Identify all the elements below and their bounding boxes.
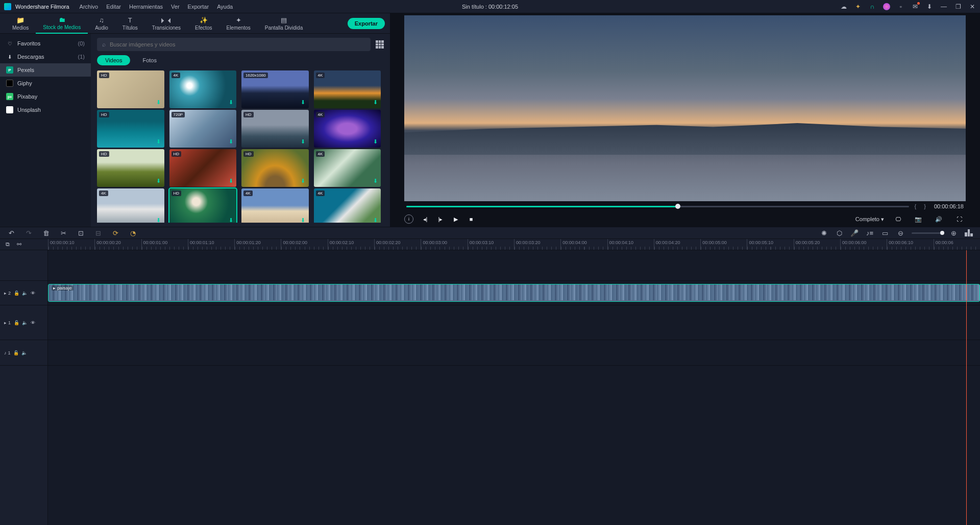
menu-ayuda[interactable]: Ayuda [217, 4, 233, 10]
tab-elementos[interactable]: ✦Elementos [219, 13, 257, 34]
sidebar-item-pixabay[interactable]: pxPixabay [0, 90, 91, 103]
stock-thumbnail[interactable]: HD⬇ [241, 149, 309, 187]
download-thumbnail-icon[interactable]: ⬇ [227, 217, 234, 223]
mute-icon[interactable]: 🔈 [22, 291, 27, 296]
adjust-button[interactable]: ⊟ [94, 229, 102, 237]
cloud-icon[interactable]: ☁ [840, 3, 847, 10]
stock-thumbnail[interactable]: 720P⬇ [169, 110, 237, 148]
stock-thumbnail[interactable]: 4K⬇ [169, 70, 237, 108]
close-button[interactable]: ✕ [969, 3, 976, 10]
chip-fotos[interactable]: Fotos [134, 55, 165, 65]
download-thumbnail-icon[interactable]: ⬇ [155, 138, 162, 146]
track-head-v2[interactable]: ▸2 🔓 🔈 👁 [0, 281, 47, 305]
stock-thumbnail[interactable]: HD⬇ [97, 110, 164, 148]
duplicate-icon[interactable]: ⧉ [4, 241, 11, 248]
download-thumbnail-icon[interactable]: ⬇ [372, 138, 379, 146]
download-thumbnail-icon[interactable]: ⬇ [300, 99, 307, 106]
download-icon[interactable]: ⬇ [926, 3, 933, 10]
download-thumbnail-icon[interactable]: ⬇ [372, 99, 379, 106]
tab-transiciones[interactable]: ⏵⏴Transiciones [145, 13, 188, 34]
mute-icon[interactable]: 🔈 [22, 350, 27, 355]
stock-thumbnail[interactable]: 4K⬇ [241, 188, 309, 223]
tab-medios[interactable]: 📁Medios [5, 13, 36, 34]
undo-button[interactable]: ↶ [7, 229, 15, 237]
download-thumbnail-icon[interactable]: ⬇ [227, 138, 234, 146]
stock-thumbnail[interactable]: HD⬇ [97, 149, 164, 187]
video-clip[interactable]: ▸paisaje [48, 284, 980, 302]
download-thumbnail-icon[interactable]: ⬇ [300, 217, 307, 223]
chip-videos[interactable]: Videos [97, 55, 130, 65]
stock-thumbnail[interactable]: 1620x1080⬇ [241, 70, 309, 108]
stock-thumbnail[interactable]: HD⬇ [241, 110, 309, 148]
mixer-icon[interactable]: ✺ [820, 229, 828, 237]
menu-archivo[interactable]: Archivo [80, 4, 99, 10]
lightbulb-icon[interactable]: ✦ [854, 3, 862, 10]
tab-audio[interactable]: ♫Audio [88, 13, 115, 34]
maximize-button[interactable]: ❐ [954, 3, 962, 10]
tab-efectos[interactable]: ✨Efectos [188, 13, 219, 34]
tab-stock-medios[interactable]: 🖿Stock de Medios [36, 13, 88, 34]
tab-pantalla-dividida[interactable]: ▤Pantalla Dividida [258, 13, 310, 34]
download-thumbnail-icon[interactable]: ⬇ [227, 99, 234, 106]
aspect-select[interactable]: Completo ▾ [855, 216, 884, 223]
track-lanes[interactable]: ▸paisaje ✂ [48, 250, 980, 525]
zoom-slider[interactable] [912, 232, 942, 234]
sidebar-item-favoritos[interactable]: Favoritos(0) [0, 37, 91, 50]
sidebar-item-descargas[interactable]: Descargas(1) [0, 50, 91, 63]
lock-icon[interactable]: 🔓 [14, 291, 19, 296]
stock-thumbnail[interactable]: HD⬇ [169, 188, 237, 223]
visibility-icon[interactable]: 👁 [30, 291, 35, 296]
export-button[interactable]: Exportar [348, 18, 385, 29]
grid-view-icon[interactable] [376, 40, 384, 49]
download-thumbnail-icon[interactable]: ⬇ [155, 217, 162, 223]
mute-icon[interactable]: 🔈 [22, 320, 27, 325]
preview-scrubber[interactable] [406, 206, 909, 207]
fullscreen-icon[interactable]: ⛶ [952, 213, 966, 225]
zoom-in-button[interactable]: ⊕ [949, 229, 958, 237]
link-icon[interactable]: ⚯ [15, 241, 22, 248]
headphones-icon[interactable]: ∩ [869, 3, 876, 10]
redo-button[interactable]: ↷ [24, 229, 33, 237]
in-out-markers[interactable]: { } [914, 203, 928, 209]
download-thumbnail-icon[interactable]: ⬇ [372, 217, 379, 223]
download-thumbnail-icon[interactable]: ⬇ [155, 99, 162, 106]
download-thumbnail-icon[interactable]: ⬇ [372, 178, 379, 185]
prev-frame-button[interactable]: ◂| [419, 213, 432, 225]
stock-thumbnail[interactable]: 4K⬇ [97, 188, 164, 223]
sidebar-item-pexels[interactable]: PPexels [0, 63, 91, 77]
speed-button[interactable]: ⟳ [111, 229, 119, 237]
lock-icon[interactable]: 🔓 [14, 350, 19, 355]
save-icon[interactable]: ▫ [897, 3, 904, 10]
minimize-button[interactable]: — [940, 3, 947, 10]
voiceover-icon[interactable]: 🎤 [850, 229, 859, 237]
play-button[interactable]: ▶ [449, 213, 462, 225]
audio-mix-icon[interactable]: ♪≡ [866, 229, 874, 237]
track-head-v1[interactable]: ▸1 🔓 🔈 👁 [0, 305, 47, 340]
download-thumbnail-icon[interactable]: ⬇ [227, 178, 234, 185]
zoom-fit-icon[interactable] [965, 229, 973, 236]
preview-viewport[interactable] [404, 15, 966, 201]
crop-button[interactable]: ⊡ [77, 229, 85, 237]
render-icon[interactable]: ▭ [881, 229, 889, 237]
color-button[interactable]: ◔ [129, 229, 137, 237]
download-thumbnail-icon[interactable]: ⬇ [155, 178, 162, 185]
marker-icon[interactable]: ⬡ [835, 229, 843, 237]
sidebar-item-unsplash[interactable]: Unsplash [0, 103, 91, 116]
volume-icon[interactable]: 🔊 [932, 213, 945, 225]
visibility-icon[interactable]: 👁 [30, 320, 35, 325]
menu-exportar[interactable]: Exportar [188, 4, 209, 10]
menu-ver[interactable]: Ver [171, 4, 180, 10]
snapshot-icon[interactable]: 📷 [912, 213, 925, 225]
time-ruler[interactable]: 00:00:00:1000:00:00:2000:00:01:0000:00:0… [48, 239, 980, 250]
lock-icon[interactable]: 🔓 [14, 320, 19, 325]
stop-button[interactable]: ■ [464, 213, 478, 225]
avatar-icon[interactable] [883, 3, 890, 10]
monitor-icon[interactable]: 🖵 [891, 213, 904, 225]
menu-editar[interactable]: Editar [106, 4, 121, 10]
menu-herramientas[interactable]: Herramientas [129, 4, 163, 10]
stock-thumbnail[interactable]: 4K⬇ [314, 149, 381, 187]
stock-thumbnail[interactable]: 4K⬇ [314, 70, 381, 108]
split-button[interactable]: ✂ [59, 229, 67, 237]
delete-button[interactable]: 🗑 [42, 229, 50, 237]
sidebar-item-giphy[interactable]: Giphy [0, 77, 91, 90]
